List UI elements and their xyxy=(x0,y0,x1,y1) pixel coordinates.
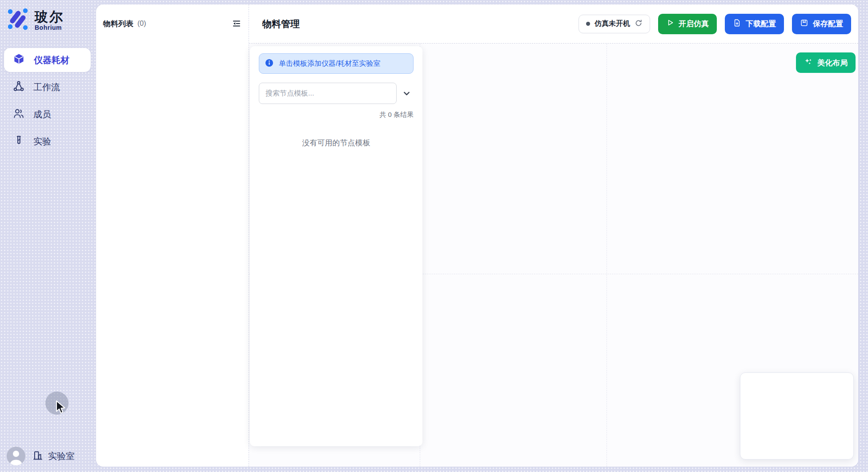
sidebar-item-experiments[interactable]: 实验 xyxy=(4,129,91,153)
material-list-title: 物料列表 xyxy=(103,19,133,29)
banner-text: 单击模板添加仪器/耗材至实验室 xyxy=(279,59,380,68)
download-config-button[interactable]: 下载配置 xyxy=(725,14,784,34)
workflow-icon xyxy=(13,80,24,94)
main-header: 物料管理 仿真未开机 xyxy=(249,4,858,44)
sidebar-item-label: 仪器耗材 xyxy=(34,54,69,66)
sidebar-footer: 实验室 xyxy=(7,447,75,465)
save-config-button[interactable]: 保存配置 xyxy=(792,14,851,34)
building-icon xyxy=(32,449,44,463)
avatar[interactable] xyxy=(7,447,25,465)
page-title: 物料管理 xyxy=(262,18,300,30)
material-list-count: (0) xyxy=(137,20,146,28)
chevron-down-icon[interactable] xyxy=(402,89,411,98)
cube-icon xyxy=(13,53,25,67)
sidebar: 玻尔 Bohrium 仪器耗材 工作流 xyxy=(0,0,95,472)
bohrium-logo-icon xyxy=(7,7,29,33)
search-template-input[interactable] xyxy=(259,83,397,104)
template-hint-banner: 单击模板添加仪器/耗材至实验室 xyxy=(259,53,414,74)
sidebar-item-instruments[interactable]: 仪器耗材 xyxy=(4,48,91,72)
main-area: 物料管理 仿真未开机 xyxy=(249,4,858,467)
flow-canvas[interactable]: 单击模板添加仪器/耗材至实验室 共 0 条结果 没有可用的节点模板 xyxy=(249,44,858,467)
material-list-panel: 物料列表 (0) xyxy=(96,4,249,467)
empty-template-message: 没有可用的节点模板 xyxy=(259,138,414,148)
beautify-layout-button[interactable]: 美化布局 xyxy=(796,52,856,73)
save-icon xyxy=(800,19,808,29)
sidebar-nav: 仪器耗材 工作流 成员 xyxy=(0,48,95,153)
content-card: 物料列表 (0) 物料管理 仿真未开机 xyxy=(96,4,858,467)
refresh-icon[interactable] xyxy=(635,19,643,29)
start-simulation-button[interactable]: 开启仿真 xyxy=(658,14,717,34)
node-template-panel: 单击模板添加仪器/耗材至实验室 共 0 条结果 没有可用的节点模板 xyxy=(250,46,422,446)
sidebar-item-members[interactable]: 成员 xyxy=(4,102,91,126)
status-dot-icon xyxy=(586,22,590,26)
status-label: 仿真未开机 xyxy=(595,19,630,28)
simulation-status-pill[interactable]: 仿真未开机 xyxy=(579,15,650,33)
brand-name: 玻尔 xyxy=(35,9,64,24)
collapse-panel-icon[interactable] xyxy=(231,18,242,29)
minimap[interactable] xyxy=(740,372,854,460)
download-file-icon xyxy=(733,19,741,29)
brand-subtitle: Bohrium xyxy=(35,24,64,31)
brand-logo: 玻尔 Bohrium xyxy=(0,0,95,33)
info-icon xyxy=(265,59,273,69)
play-icon xyxy=(666,19,674,29)
canvas-gridline xyxy=(607,44,607,467)
members-icon xyxy=(13,108,24,121)
sparkles-icon xyxy=(804,57,813,68)
sidebar-item-label: 成员 xyxy=(33,108,51,120)
lab-label: 实验室 xyxy=(48,450,75,462)
lab-link[interactable]: 实验室 xyxy=(32,449,75,463)
test-tube-icon xyxy=(13,135,24,148)
sidebar-item-label: 工作流 xyxy=(33,81,60,93)
result-count: 共 0 条结果 xyxy=(259,111,414,119)
sidebar-item-label: 实验 xyxy=(33,136,51,148)
sidebar-item-workflow[interactable]: 工作流 xyxy=(4,75,91,99)
